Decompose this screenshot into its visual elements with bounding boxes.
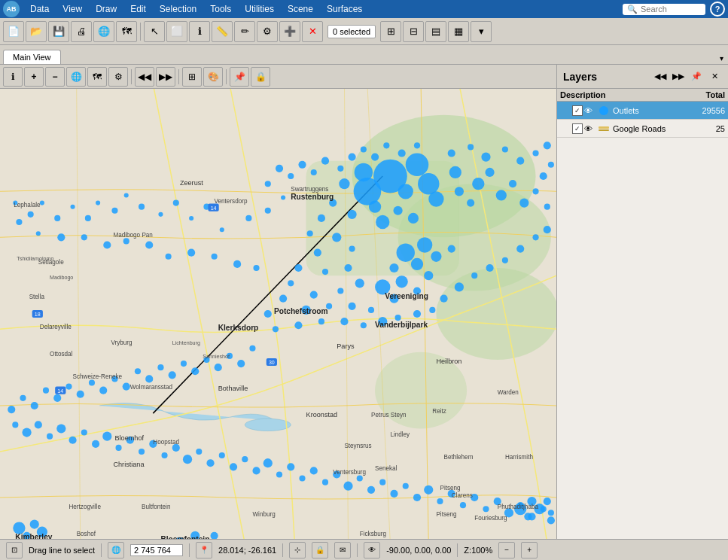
save-button[interactable]: 💾: [48, 21, 69, 42]
layers-collapse-right[interactable]: ▶▶: [671, 69, 686, 84]
tab-main-view[interactable]: Main View: [3, 50, 61, 64]
menu-data[interactable]: Data: [24, 2, 55, 16]
tool11-button[interactable]: ▦: [448, 21, 469, 42]
svg-point-179: [322, 479, 328, 485]
color-btn[interactable]: 🎨: [203, 67, 223, 87]
svg-point-45: [307, 230, 313, 236]
back-btn[interactable]: ◀◀: [135, 67, 154, 87]
globe-button[interactable]: 🌐: [93, 21, 114, 42]
layer-visibility-outlets[interactable]: 👁: [584, 106, 596, 115]
tab-dropdown[interactable]: ▾: [718, 53, 725, 64]
svg-point-90: [96, 201, 100, 205]
layers-collapse-left[interactable]: ◀◀: [653, 69, 668, 84]
svg-point-31: [540, 172, 547, 180]
zoom-out-status[interactable]: −: [498, 542, 515, 558]
svg-point-105: [187, 249, 195, 257]
zoom-in-btn[interactable]: +: [24, 67, 44, 87]
pointer-button[interactable]: ↖: [144, 21, 165, 42]
print-button[interactable]: 🖨: [71, 21, 92, 42]
search-box[interactable]: 🔍: [623, 4, 705, 15]
basemap-btn[interactable]: 🗺: [87, 67, 107, 87]
menu-tools[interactable]: Tools: [204, 2, 237, 16]
lock-btn[interactable]: 🔒: [251, 67, 270, 87]
svg-point-177: [299, 475, 305, 481]
svg-text:Parys: Parys: [337, 342, 355, 350]
coordinates-input[interactable]: 2 745 764: [130, 544, 183, 556]
map-button[interactable]: 🗺: [116, 21, 137, 42]
select-button[interactable]: ⬜: [166, 21, 187, 42]
forward-btn[interactable]: ▶▶: [156, 67, 175, 87]
zoom-in-status[interactable]: +: [521, 542, 538, 558]
snapping-btn[interactable]: ⊹: [289, 542, 306, 558]
layers-pin[interactable]: 📌: [689, 69, 704, 84]
map-canvas[interactable]: Zeerust Rustenburg Klerksdorp Potchefstr…: [0, 89, 556, 539]
measure-button[interactable]: 📏: [212, 21, 233, 42]
menu-utilities[interactable]: Utilities: [239, 2, 280, 16]
msg-btn[interactable]: ✉: [334, 542, 351, 558]
tool10-button[interactable]: ▤: [425, 21, 446, 42]
layer-visibility-roads[interactable]: 👁: [584, 124, 596, 133]
bookmark-btn[interactable]: 📌: [230, 67, 249, 87]
svg-point-3: [436, 268, 556, 360]
xy-icon[interactable]: 📍: [196, 542, 212, 558]
coord-icon[interactable]: 🌐: [108, 542, 124, 558]
selection-count: 0 selected: [327, 25, 376, 38]
layer-row-outlets[interactable]: 👁 Outlets 29556: [557, 102, 728, 120]
open-button[interactable]: 📂: [26, 21, 47, 42]
svg-point-101: [103, 241, 111, 248]
settings-btn[interactable]: ⚙: [108, 67, 128, 87]
tool9-button[interactable]: ⊟: [403, 21, 424, 42]
svg-text:Rustenburg: Rustenburg: [291, 193, 334, 201]
layers-close[interactable]: ✕: [707, 69, 722, 84]
menu-draw[interactable]: Draw: [90, 2, 123, 16]
svg-point-61: [264, 310, 272, 318]
svg-point-69: [413, 310, 421, 318]
svg-point-24: [472, 178, 484, 190]
svg-point-185: [390, 490, 398, 498]
svg-point-159: [92, 440, 99, 448]
svg-point-167: [183, 455, 192, 464]
tool5-button[interactable]: ✏: [234, 21, 255, 42]
help-button[interactable]: ?: [710, 2, 725, 17]
svg-text:Vryburg: Vryburg: [111, 339, 132, 346]
layer-checkbox-roads[interactable]: [572, 123, 583, 134]
svg-point-18: [376, 215, 389, 229]
tool8-button[interactable]: ⊞: [380, 21, 401, 42]
svg-text:Lichtenburg: Lichtenburg: [172, 340, 200, 346]
new-button[interactable]: 📄: [3, 21, 24, 42]
svg-point-66: [361, 322, 367, 328]
tool7-button[interactable]: ➕: [279, 21, 300, 42]
menu-scene[interactable]: Scene: [282, 2, 319, 16]
map-info-btn[interactable]: ℹ: [3, 67, 23, 87]
svg-point-64: [318, 318, 324, 324]
svg-point-27: [496, 190, 507, 200]
svg-point-36: [431, 251, 441, 262]
dropdown-button[interactable]: ▾: [471, 21, 492, 42]
drag-select-icon[interactable]: ⊡: [6, 542, 23, 558]
layer-count-outlets: 29556: [687, 106, 725, 115]
menu-view[interactable]: View: [56, 2, 88, 16]
menu-edit[interactable]: Edit: [124, 2, 152, 16]
menu-surfaces[interactable]: Surfaces: [321, 2, 368, 16]
svg-text:14: 14: [57, 388, 63, 394]
search-input[interactable]: [641, 5, 701, 14]
layer-icon-roads: [598, 123, 610, 135]
svg-text:Fouriesburg: Fouriesburg: [474, 515, 507, 522]
identify-button[interactable]: ℹ: [189, 21, 210, 42]
svg-point-30: [532, 188, 538, 194]
zoom-out-btn[interactable]: −: [45, 67, 65, 87]
delete-button[interactable]: ✕: [302, 21, 323, 42]
svg-point-52: [355, 278, 364, 288]
svg-point-117: [414, 142, 420, 148]
lock-btn[interactable]: 🔒: [312, 542, 328, 558]
svg-point-174: [263, 458, 273, 467]
layer-row-roads[interactable]: 👁 Google Roads 25: [557, 120, 728, 138]
eye-btn[interactable]: 👁: [364, 542, 380, 558]
layer-checkbox-outlets[interactable]: [572, 105, 583, 116]
menu-selection[interactable]: Selection: [154, 2, 203, 16]
grid-btn[interactable]: ⊞: [182, 67, 202, 87]
tool6-button[interactable]: ⚙: [257, 21, 278, 42]
svg-point-20: [339, 178, 349, 189]
main-content: ℹ + − 🌐 🗺 ⚙ ◀◀ ▶▶ ⊞ 🎨 📌 🔒: [0, 65, 728, 539]
globe-view-btn[interactable]: 🌐: [66, 67, 86, 87]
